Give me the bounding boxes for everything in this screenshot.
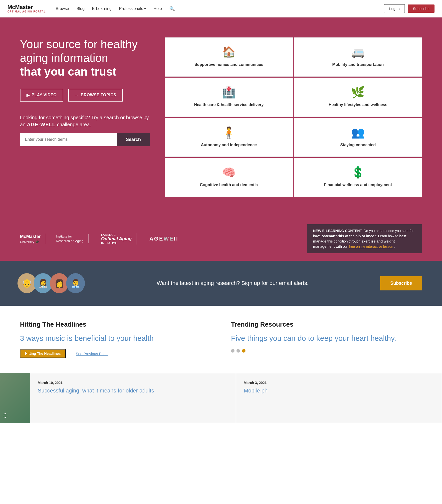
optimal-aging-label: Optimal Aging [101,236,132,242]
nav-elearning[interactable]: E-Learning [92,6,112,11]
grid-label-connected: Staying connected [340,142,376,148]
bottom-card-2-date: March 3, 2021 [244,381,434,385]
chevron-down-icon: ▾ [144,6,146,11]
play-video-button[interactable]: ▶ PLAY VIDEO [20,89,63,102]
nav-help[interactable]: Help [154,6,162,11]
grid-card-financial[interactable]: 💲 Financial wellness and employment [294,158,422,197]
nav-blog[interactable]: Blog [77,6,85,11]
search-input[interactable] [20,133,117,146]
brand-sub: OPTIMAL AGING PORTAL [7,10,46,13]
carousel-dot-2[interactable] [236,349,240,353]
bottom-card-1-date: March 10, 2021 [38,381,228,385]
avatar-2: 👩‍⚕️ [34,273,52,293]
brand-name: McMaster [7,4,46,10]
agewell-logo: AGEWEII [144,236,183,242]
grid-card-cognitive[interactable]: 🧠 Cognitive health and dementia [165,158,293,197]
search-icon-button[interactable]: 🔍 [169,6,175,11]
dollar-icon: 💲 [351,167,365,178]
grid-card-wellness[interactable]: 🌿 Healthy lifestyles and wellness [294,78,422,117]
grid-card-supportive-homes[interactable]: 🏠 Supportive homes and communities [165,37,293,77]
header-actions: Log In Subscribe [384,4,435,13]
bottom-card-2-title[interactable]: Mobile ph [244,387,434,394]
content-section: Hitting The Headlines 3 ways music is be… [0,306,442,373]
avatar-4: 👨‍💼 [66,273,85,293]
avatar-1: 👴 [17,273,36,293]
arrow-right-icon: → [75,93,79,97]
headlines-title: Hitting The Headlines [20,321,211,328]
partner-banner: McMaster University 🎓 Institute for Rese… [0,217,442,261]
grid-card-connected[interactable]: 👥 Staying connected [294,118,422,157]
play-icon: ▶ [26,93,30,98]
grid-label-cognitive: Cognitive health and dementia [200,182,258,188]
subscribe-signup-button[interactable]: Subscribe [380,276,422,290]
grid-card-healthcare[interactable]: 🏥 Health care & health service delivery [165,78,293,117]
search-bar: Search [20,133,150,146]
hero-title: Your source for healthy aging informatio… [20,37,150,79]
partner-logos: McMaster University 🎓 Institute for Rese… [20,233,292,245]
institute-text: Institute for [56,234,83,239]
bottom-card-1[interactable]: March 10, 2021 Successful aging: what it… [30,373,236,423]
mcmaster-logo-sub: University 🎓 [20,240,41,244]
grid-label-autonomy: Autonomy and independence [201,142,257,148]
grid-label-mobility: Mobility and transportation [332,62,384,67]
notice-link[interactable]: free online interactive lesson [349,245,393,249]
headlines-section: Hitting The Headlines 3 ways music is be… [20,321,211,358]
trending-article-title[interactable]: Five things you can do to keep your hear… [231,333,422,343]
bottom-card-2[interactable]: March 3, 2021 Mobile ph [236,373,442,423]
headlines-footer: Hitting The Headlines See Previous Posts [20,349,211,358]
carousel-dot-3[interactable] [242,349,245,353]
hero-search-description: Looking for something specific? Try a se… [20,114,150,128]
see-previous-posts-link[interactable]: See Previous Posts [76,352,108,356]
nav-browse[interactable]: Browse [56,6,69,11]
headlines-article-title[interactable]: 3 ways music is beneficial to your healt… [20,333,211,343]
house-icon: 🏠 [222,47,236,58]
grid-label-healthcare: Health care & health service delivery [194,102,263,108]
institute-text2: Research on Aging [56,239,83,243]
logo[interactable]: McMaster OPTIMAL AGING PORTAL [7,4,46,13]
bottom-card-left-partial: se [0,373,30,423]
person-icon: 🧍 [222,127,236,138]
carousel-dots [231,349,422,353]
grid-card-autonomy[interactable]: 🧍 Autonomy and independence [165,118,293,157]
leaf-icon: 🌿 [351,87,365,98]
signup-text: Want the latest in aging research? Sign … [100,280,365,286]
grid-label-supportive-homes: Supportive homes and communities [195,62,263,67]
mcmaster-logo-text: McMaster [20,234,41,240]
hero-left: Your source for healthy aging informatio… [20,37,150,146]
brain-icon: 🧠 [222,167,236,178]
labarge-label: LABARGE [101,233,132,236]
topic-grid: 🏠 Supportive homes and communities 🚐 Mob… [165,37,422,197]
notice-bold-new: NEW E-LEARNING CONTENT: [313,229,363,233]
search-button[interactable]: Search [117,133,150,146]
hero-section: Your source for healthy aging informatio… [0,17,442,217]
initiative-label: INITIATIVE [101,242,132,245]
bottom-card-1-title[interactable]: Successful aging: what it means for olde… [38,387,228,394]
partner-notice: NEW E-LEARNING CONTENT: Do you or someon… [307,224,422,253]
login-button[interactable]: Log In [384,4,405,13]
browse-topics-button[interactable]: → BROWSE TOPICS [68,89,123,102]
nav-professionals[interactable]: Professionals ▾ [119,6,146,11]
grid-card-mobility[interactable]: 🚐 Mobility and transportation [294,37,422,77]
subscribe-header-button[interactable]: Subscribe [408,4,435,13]
headlines-tag-button[interactable]: Hitting The Headlines [20,349,66,358]
car-icon: 🚐 [351,47,365,58]
trending-title: Trending Resources [231,321,422,328]
bottom-cards-section: se March 10, 2021 Successful aging: what… [0,373,442,423]
main-nav: Browse Blog E-Learning Professionals ▾ H… [56,6,384,11]
partial-text-left: se [2,413,8,418]
carousel-dot-1[interactable] [231,349,234,353]
header: McMaster OPTIMAL AGING PORTAL Browse Blo… [0,0,442,17]
signup-avatars: 👴 👩‍⚕️ 👩 👨‍💼 [20,273,85,293]
trending-section: Trending Resources Five things you can d… [231,321,422,358]
email-signup-section: 👴 👩‍⚕️ 👩 👨‍💼 Want the latest in aging re… [0,261,442,306]
hero-buttons: ▶ PLAY VIDEO → BROWSE TOPICS [20,89,150,102]
people-icon: 👥 [351,127,365,138]
grid-label-wellness: Healthy lifestyles and wellness [329,102,387,108]
avatar-3: 👩 [50,273,69,293]
medical-icon: 🏥 [222,87,236,98]
grid-label-financial: Financial wellness and employment [324,182,392,188]
